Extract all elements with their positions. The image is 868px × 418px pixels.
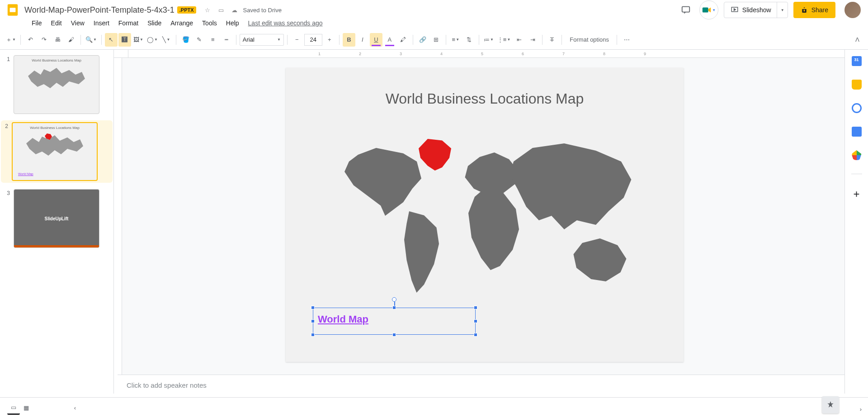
zoom-button[interactable]: 🔍▼ bbox=[84, 33, 98, 47]
resize-handle[interactable] bbox=[474, 319, 477, 323]
menu-file[interactable]: File bbox=[28, 18, 46, 28]
menu-insert[interactable]: Insert bbox=[90, 18, 113, 28]
contacts-icon[interactable] bbox=[852, 127, 862, 137]
font-size-input[interactable]: 24 bbox=[304, 34, 322, 46]
slide-number: 1 bbox=[3, 55, 14, 114]
text-color-button[interactable]: A bbox=[383, 33, 396, 47]
slide-thumb-3[interactable]: SlideUpLift bbox=[14, 189, 99, 248]
font-size-dec[interactable]: − bbox=[291, 33, 303, 47]
filmstrip-view-button[interactable]: ▭ bbox=[7, 401, 20, 415]
menu-format[interactable]: Format bbox=[115, 18, 142, 28]
line-tool[interactable]: ╲▼ bbox=[160, 33, 173, 47]
svg-rect-5 bbox=[803, 10, 805, 11]
image-tool[interactable]: 🖼▼ bbox=[132, 33, 145, 47]
slideshow-button[interactable]: Slideshow ▼ bbox=[724, 2, 788, 18]
greenland-highlight bbox=[417, 139, 453, 171]
slideshow-dropdown[interactable]: ▼ bbox=[777, 2, 788, 18]
meet-button[interactable]: ▼ bbox=[699, 0, 718, 19]
avatar[interactable] bbox=[844, 2, 861, 18]
grid-view-button[interactable]: ▦ bbox=[20, 401, 33, 415]
bold-button[interactable]: B bbox=[343, 33, 355, 47]
shape-tool[interactable]: ◯▼ bbox=[146, 33, 159, 47]
menu-help[interactable]: Help bbox=[222, 18, 243, 28]
menu-arrange[interactable]: Arrange bbox=[167, 18, 197, 28]
font-select[interactable]: Arial▼ bbox=[240, 34, 284, 46]
menu-slide[interactable]: Slide bbox=[144, 18, 165, 28]
indent-dec-button[interactable]: ⇤ bbox=[513, 33, 525, 47]
selected-text-box[interactable]: World Map bbox=[313, 308, 476, 335]
slide-canvas[interactable]: World Business Locations Map bbox=[286, 68, 684, 362]
slide-number: 3 bbox=[3, 189, 14, 248]
paint-format-button[interactable]: 🖌 bbox=[65, 33, 77, 47]
list-numbered-button[interactable]: ≔▼ bbox=[482, 33, 495, 47]
horizontal-ruler: 1 2 3 4 5 6 7 8 9 bbox=[128, 50, 868, 58]
tasks-icon[interactable] bbox=[852, 103, 862, 113]
cloud-icon: ☁ bbox=[230, 5, 239, 14]
add-on-icon[interactable]: + bbox=[853, 188, 859, 200]
slides-logo[interactable] bbox=[4, 1, 22, 19]
slide-title[interactable]: World Business Locations Map bbox=[286, 90, 684, 107]
collapse-toolbar-button[interactable]: ᐱ bbox=[851, 33, 863, 47]
save-status: Saved to Drive bbox=[243, 7, 282, 14]
side-panel: + bbox=[844, 50, 868, 394]
clear-format-button[interactable]: T̶ bbox=[546, 33, 558, 47]
rotate-handle[interactable] bbox=[392, 297, 396, 302]
resize-handle[interactable] bbox=[311, 306, 315, 309]
filmstrip[interactable]: 1 World Business Locations Map 2 World B… bbox=[0, 50, 114, 394]
last-edit[interactable]: Last edit was seconds ago bbox=[248, 19, 323, 27]
italic-button[interactable]: I bbox=[356, 33, 369, 47]
resize-handle[interactable] bbox=[392, 333, 396, 337]
link-button[interactable]: 🔗 bbox=[416, 33, 429, 47]
border-color-button[interactable]: ✎ bbox=[193, 33, 206, 47]
highlight-button[interactable]: 🖍 bbox=[397, 33, 410, 47]
slide-thumb-1[interactable]: World Business Locations Map bbox=[14, 55, 99, 114]
menu-view[interactable]: View bbox=[67, 18, 88, 28]
indent-inc-button[interactable]: ⇥ bbox=[526, 33, 539, 47]
slide-thumb-2[interactable]: World Business Locations Map World Map bbox=[12, 122, 98, 181]
pptx-badge: .PPTX bbox=[177, 6, 196, 14]
calendar-icon[interactable] bbox=[852, 56, 862, 66]
side-panel-collapse[interactable]: › bbox=[860, 406, 862, 413]
border-dash-button[interactable]: ┅ bbox=[220, 33, 233, 47]
star-icon[interactable]: ☆ bbox=[203, 5, 212, 14]
font-size-inc[interactable]: + bbox=[323, 33, 336, 47]
menu-edit[interactable]: Edit bbox=[47, 18, 66, 28]
menu-tools[interactable]: Tools bbox=[198, 18, 221, 28]
explore-button[interactable] bbox=[822, 396, 839, 413]
maps-icon[interactable] bbox=[852, 150, 862, 160]
share-button[interactable]: Share bbox=[793, 2, 835, 18]
collapse-filmstrip-button[interactable]: ‹ bbox=[69, 401, 81, 415]
svg-rect-2 bbox=[682, 7, 690, 12]
resize-handle[interactable] bbox=[311, 319, 315, 323]
slideshow-label: Slideshow bbox=[742, 6, 771, 14]
keep-icon[interactable] bbox=[852, 80, 862, 90]
new-slide-button[interactable]: ＋▼ bbox=[5, 33, 17, 47]
print-button[interactable]: 🖶 bbox=[51, 33, 64, 47]
textbox-tool[interactable]: 🆃 bbox=[118, 33, 131, 47]
resize-handle[interactable] bbox=[392, 306, 396, 309]
hyperlink-text[interactable]: World Map bbox=[313, 308, 373, 331]
comments-icon[interactable] bbox=[678, 2, 694, 18]
align-button[interactable]: ≡▼ bbox=[449, 33, 462, 47]
line-spacing-button[interactable]: ⇅ bbox=[463, 33, 476, 47]
underline-button[interactable]: U bbox=[370, 33, 382, 47]
more-button[interactable]: ⋯ bbox=[620, 33, 633, 47]
doc-title[interactable]: World-Map-PowerPoint-Template-5-4x3-1 bbox=[24, 5, 175, 15]
redo-button[interactable]: ↷ bbox=[38, 33, 50, 47]
fill-color-button[interactable]: 🪣 bbox=[179, 33, 192, 47]
world-map-graphic[interactable] bbox=[326, 134, 643, 284]
speaker-notes[interactable]: Click to add speaker notes bbox=[118, 375, 844, 397]
resize-handle[interactable] bbox=[311, 333, 315, 337]
move-icon[interactable]: ▭ bbox=[217, 5, 226, 14]
format-options-button[interactable]: Format options bbox=[565, 36, 613, 43]
comment-button[interactable]: ⊞ bbox=[430, 33, 443, 47]
canvas-area[interactable]: 1 2 3 4 5 6 7 8 9 World Business Locatio… bbox=[114, 50, 868, 394]
list-bullet-button[interactable]: ⋮≡▼ bbox=[496, 33, 512, 47]
resize-handle[interactable] bbox=[474, 306, 477, 309]
share-label: Share bbox=[811, 6, 828, 14]
svg-rect-3 bbox=[703, 8, 708, 13]
undo-button[interactable]: ↶ bbox=[24, 33, 37, 47]
resize-handle[interactable] bbox=[474, 333, 477, 337]
select-tool[interactable]: ↖ bbox=[105, 33, 118, 47]
border-weight-button[interactable]: ≡ bbox=[207, 33, 219, 47]
